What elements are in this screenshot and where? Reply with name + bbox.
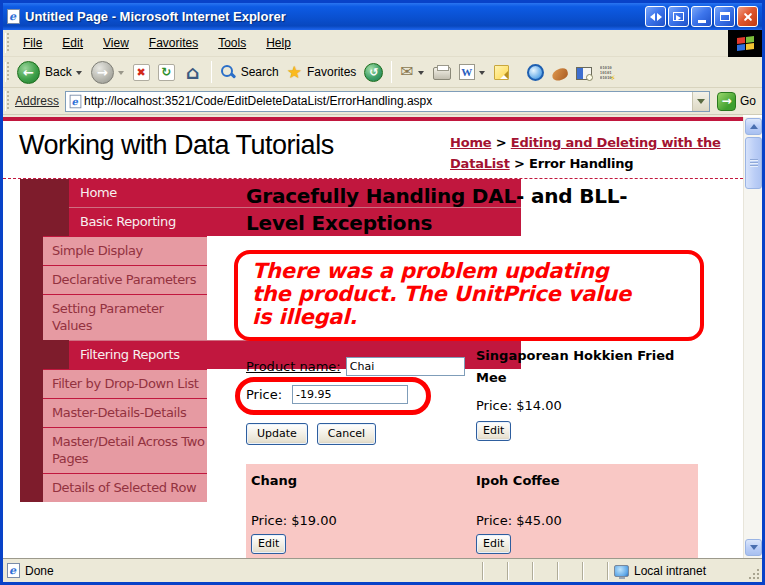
toolbar-grip[interactable] bbox=[5, 62, 10, 82]
binary-tool-button[interactable] bbox=[596, 63, 619, 82]
menu-tools[interactable]: Tools bbox=[208, 32, 256, 54]
address-bar: Address Go bbox=[3, 88, 762, 115]
edit-form: Product name: Price: Update Cancel bbox=[246, 357, 476, 445]
close-icon bbox=[742, 11, 754, 23]
close-button[interactable] bbox=[737, 6, 758, 27]
breadcrumb-home-link[interactable]: Home bbox=[450, 135, 491, 150]
note-icon bbox=[494, 65, 509, 80]
mail-dropdown[interactable] bbox=[418, 71, 424, 78]
product-price: Price: $19.00 bbox=[251, 513, 476, 528]
history-button[interactable] bbox=[360, 61, 387, 84]
product-card: Chang Price: $19.00 Edit bbox=[246, 470, 476, 554]
scroll-up-button[interactable] bbox=[745, 118, 762, 135]
edit-button[interactable]: Edit bbox=[251, 534, 286, 554]
status-section: Done bbox=[7, 563, 482, 578]
product-card: Ipoh Coffee Price: $45.00 Edit bbox=[476, 470, 692, 554]
page-content: Working with Data Tutorials Home > Editi… bbox=[3, 115, 762, 558]
pan-arrows-button[interactable] bbox=[645, 6, 666, 27]
go-arrow-icon bbox=[717, 92, 736, 111]
product-name-label: Product name: bbox=[246, 359, 341, 374]
product-name-row: Product name: bbox=[246, 357, 476, 376]
edit-button[interactable]: Edit bbox=[476, 534, 511, 554]
status-panel bbox=[532, 562, 557, 580]
update-button[interactable]: Update bbox=[246, 423, 308, 445]
maximize-button[interactable] bbox=[714, 6, 735, 27]
vertical-scrollbar[interactable] bbox=[743, 117, 762, 558]
standard-toolbar: Back Search Favorites bbox=[3, 57, 762, 88]
main-column: Gracefully Handling DAL- and BLL-Level E… bbox=[246, 179, 698, 558]
sidebar-item-details-of-selected-row[interactable]: Details of Selected Row bbox=[43, 473, 207, 502]
sidebar-item-setting-parameter-values[interactable]: Setting Parameter Values bbox=[43, 294, 207, 340]
refresh-button[interactable] bbox=[154, 62, 179, 83]
print-button[interactable] bbox=[429, 62, 455, 82]
breadcrumb-separator: > bbox=[491, 135, 510, 150]
page-body: Home Basic Reporting Simple Display Decl… bbox=[3, 179, 762, 558]
error-annotation-box: There was a problem updating the product… bbox=[234, 250, 704, 341]
price-row: Price: bbox=[246, 385, 476, 404]
popout-button[interactable] bbox=[668, 6, 689, 27]
sidebar-item-master-details-details[interactable]: Master-Details-Details bbox=[43, 398, 207, 427]
home-button[interactable] bbox=[179, 62, 207, 83]
minimize-button[interactable] bbox=[691, 6, 712, 27]
edit-with-word-button[interactable] bbox=[455, 62, 490, 82]
favorites-button[interactable]: Favorites bbox=[283, 62, 361, 83]
stop-button[interactable] bbox=[129, 62, 154, 83]
binary-icon bbox=[600, 65, 615, 80]
menu-favorites[interactable]: Favorites bbox=[139, 32, 208, 54]
sidebar-item-filter-by-dropdown-list[interactable]: Filter by Drop-Down List bbox=[43, 369, 207, 398]
scroll-down-button[interactable] bbox=[745, 539, 762, 556]
menu-view[interactable]: View bbox=[93, 32, 139, 54]
mail-icon bbox=[400, 64, 413, 80]
maximize-icon bbox=[720, 12, 730, 21]
refresh-icon bbox=[158, 64, 175, 81]
scrollbar-thumb[interactable] bbox=[745, 137, 762, 189]
go-button[interactable]: Go bbox=[717, 92, 756, 111]
back-label: Back bbox=[45, 65, 72, 79]
menu-file[interactable]: File bbox=[13, 32, 52, 54]
cancel-button[interactable]: Cancel bbox=[317, 423, 376, 445]
resize-grip[interactable] bbox=[745, 560, 762, 582]
word-icon bbox=[459, 64, 475, 80]
address-input[interactable] bbox=[82, 94, 692, 108]
datalist-edit-row: Product name: Price: Update Cancel bbox=[246, 357, 698, 445]
back-button[interactable]: Back bbox=[13, 59, 87, 86]
edit-button[interactable]: Edit bbox=[476, 421, 511, 441]
product-name: Singaporean Hokkien Fried Mee bbox=[476, 345, 698, 389]
window-title: Untitled Page - Microsoft Internet Explo… bbox=[25, 9, 645, 24]
page-favicon bbox=[70, 94, 82, 108]
mail-button[interactable] bbox=[396, 62, 428, 82]
messenger-button[interactable] bbox=[523, 62, 548, 83]
status-page-icon bbox=[7, 563, 20, 578]
forward-button[interactable] bbox=[87, 59, 129, 86]
page-title: Gracefully Handling DAL- and BLL-Level E… bbox=[246, 183, 686, 237]
status-panel bbox=[557, 562, 582, 580]
address-dropdown-button[interactable] bbox=[692, 92, 709, 111]
logitech-button[interactable] bbox=[548, 63, 572, 82]
forward-dropdown[interactable] bbox=[118, 71, 124, 78]
menu-bar: File Edit View Favorites Tools Help bbox=[3, 30, 762, 57]
menu-edit[interactable]: Edit bbox=[52, 32, 93, 54]
discuss-button[interactable] bbox=[490, 63, 513, 82]
fox-icon bbox=[550, 66, 569, 81]
product-name-field[interactable] bbox=[346, 357, 465, 376]
price-field[interactable] bbox=[292, 385, 408, 404]
sidebar-item-declarative-parameters[interactable]: Declarative Parameters bbox=[43, 265, 207, 294]
word-dropdown[interactable] bbox=[479, 71, 485, 78]
search-button[interactable]: Search bbox=[216, 62, 283, 82]
stop-icon bbox=[133, 64, 150, 81]
menu-help[interactable]: Help bbox=[256, 32, 301, 54]
ie-window-icon bbox=[7, 9, 20, 24]
back-dropdown[interactable] bbox=[76, 71, 82, 78]
addressbar-grip[interactable] bbox=[5, 91, 10, 111]
zone-text: Local intranet bbox=[634, 564, 706, 578]
product-card: Singaporean Hokkien Fried Mee Price: $14… bbox=[476, 345, 698, 445]
sidebar-item-master-detail-two-pages[interactable]: Master/Detail Across Two Pages bbox=[43, 427, 207, 473]
form-buttons: Update Cancel bbox=[246, 423, 476, 445]
breadcrumb: Home > Editing and Deleting with the Dat… bbox=[450, 132, 742, 174]
forward-icon bbox=[91, 61, 114, 84]
title-bar[interactable]: Untitled Page - Microsoft Internet Explo… bbox=[3, 3, 762, 30]
menubar-grip[interactable] bbox=[5, 33, 10, 53]
price-label: Price: bbox=[246, 387, 282, 402]
sidebar-item-simple-display[interactable]: Simple Display bbox=[43, 236, 207, 265]
research-button[interactable] bbox=[572, 63, 596, 82]
